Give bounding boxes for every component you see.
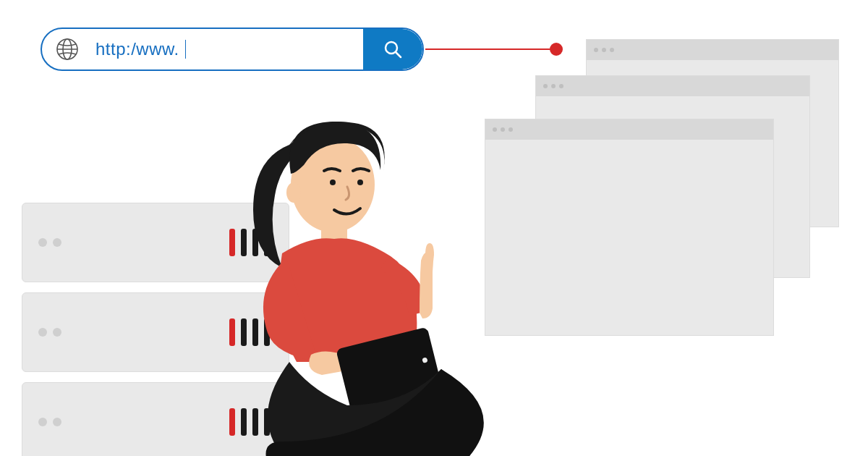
svg-point-8 <box>357 180 363 185</box>
browser-window <box>485 119 774 336</box>
browser-windows <box>485 39 846 343</box>
window-titlebar <box>536 76 809 96</box>
url-value: http:/www. <box>95 39 179 59</box>
server-leds <box>38 238 61 247</box>
url-bar[interactable]: http:/www. <box>41 28 424 71</box>
search-icon <box>382 38 404 60</box>
text-cursor <box>185 40 187 59</box>
search-button[interactable] <box>363 29 422 69</box>
globe-icon <box>42 37 93 62</box>
person-illustration <box>203 101 521 456</box>
server-leds <box>38 328 61 337</box>
url-input[interactable]: http:/www. <box>93 39 363 59</box>
svg-point-6 <box>286 182 301 203</box>
window-titlebar <box>587 40 838 60</box>
svg-point-7 <box>330 180 336 185</box>
server-leds <box>38 418 61 426</box>
svg-line-4 <box>396 52 401 57</box>
window-titlebar <box>485 119 773 140</box>
